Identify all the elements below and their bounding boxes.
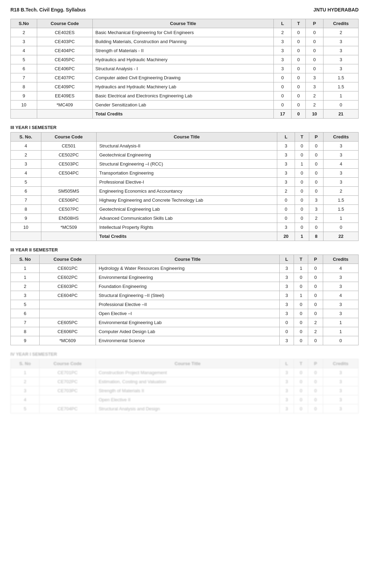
cell-p: 2 xyxy=(308,327,323,336)
cell-l: 0 xyxy=(274,82,292,91)
header-left: R18 B.Tech. Civil Engg. Syllabus xyxy=(10,7,86,13)
table-row: 2 CE603PC Foundation Engineering 3 0 0 3 xyxy=(11,282,359,291)
col-t: T xyxy=(294,255,308,264)
cell-code xyxy=(41,178,96,187)
cell-code: EN508HS xyxy=(41,214,96,223)
cell-credits: 4 xyxy=(323,264,358,273)
col-sno: S. No. xyxy=(11,132,41,142)
cell-title: Structural Analysis and Design xyxy=(96,404,279,413)
cell-p: 3 xyxy=(305,73,323,82)
cell-t: 0 xyxy=(292,73,306,82)
col-l: L xyxy=(279,255,294,264)
cell-l: 3 xyxy=(277,178,295,187)
table-row: 9 EN508HS Advanced Communication Skills … xyxy=(11,214,359,223)
cell-sno: 3 xyxy=(11,160,41,169)
cell-total-t: 0 xyxy=(292,110,306,119)
cell-credits: 3 xyxy=(323,404,358,413)
cell-p: 3 xyxy=(305,82,323,91)
cell-l: 3 xyxy=(279,404,294,413)
cell-p: 0 xyxy=(309,151,323,160)
cell-title: Basic Mechanical Engineering for Civil E… xyxy=(92,28,274,37)
cell-sno: 7 xyxy=(11,318,40,327)
cell-l: 3 xyxy=(277,151,295,160)
cell-l: 2 xyxy=(277,187,295,196)
cell-total-p: 10 xyxy=(305,110,323,119)
cell-p: 0 xyxy=(308,336,323,345)
cell-sno xyxy=(11,110,37,119)
cell-p: 2 xyxy=(305,91,323,100)
table-row: 2 CE702PC Estimation, Costing and Valuat… xyxy=(11,377,359,386)
cell-l: 0 xyxy=(277,214,295,223)
table-row: 6 SM505MS Engineering Economics and Acco… xyxy=(11,187,359,196)
cell-t: 0 xyxy=(295,187,309,196)
cell-code: *MC509 xyxy=(41,223,96,232)
col-l: L xyxy=(277,132,295,142)
col-sno: S.No xyxy=(11,19,37,28)
cell-p: 0 xyxy=(309,160,323,169)
col-title: Course Title xyxy=(96,359,279,368)
cell-sno: 7 xyxy=(11,73,37,82)
cell-l: 3 xyxy=(279,282,294,291)
cell-p: 0 xyxy=(305,28,323,37)
cell-code: CE409PC xyxy=(37,82,92,91)
col-p: P xyxy=(309,132,323,142)
table-row: 3 CE703PC Strength of Materials II 3 0 0… xyxy=(11,386,359,395)
table-row: 8 CE507PC Geotechnical Engineering Lab 0… xyxy=(11,205,359,214)
cell-credits: 3 xyxy=(323,282,358,291)
cell-code xyxy=(40,309,96,318)
cell-p: 2 xyxy=(305,100,323,110)
cell-p: 0 xyxy=(305,37,323,46)
cell-title: Hydrology & Water Resources Engineering xyxy=(96,264,279,273)
col-sno: S. No xyxy=(11,255,40,264)
cell-code: CE504PC xyxy=(41,169,96,178)
blurred-title: IV YEAR I SEMESTER xyxy=(10,352,359,357)
cell-title: Strength of Materials - II xyxy=(92,46,274,55)
cell-code: CE702PC xyxy=(40,377,96,386)
cell-p: 0 xyxy=(309,187,323,196)
cell-credits: 2 xyxy=(323,28,359,37)
col-sno: S. No xyxy=(11,359,40,368)
cell-sno: 4 xyxy=(11,169,41,178)
cell-t: 0 xyxy=(292,37,306,46)
cell-t: 0 xyxy=(294,377,308,386)
cell-sno: 3 xyxy=(11,37,37,46)
cell-sno: 1 xyxy=(11,273,40,282)
cell-title: Hydraulics and Hydraulic Machinery xyxy=(92,55,274,64)
table-row: 3 CE604PC Structural Engineering –II (St… xyxy=(11,291,359,300)
cell-sno: 3 xyxy=(11,386,40,395)
cell-title: Environmental Engineering xyxy=(96,273,279,282)
cell-title: Open Elective II xyxy=(96,395,279,404)
cell-sno: 5 xyxy=(11,178,41,187)
cell-title: Environmental Science xyxy=(96,336,279,345)
cell-code xyxy=(40,395,96,404)
cell-credits: 3 xyxy=(323,309,358,318)
cell-title: Geotechnical Engineering Lab xyxy=(96,205,277,214)
cell-credits: 4 xyxy=(323,160,359,169)
cell-title: Computer aided Civil Engineering Drawing xyxy=(92,73,274,82)
cell-total-l: 17 xyxy=(274,110,292,119)
cell-sno: 9 xyxy=(11,214,41,223)
blurred-table: S. No Course Code Course Title L T P Cre… xyxy=(10,359,359,413)
cell-credits: 3 xyxy=(323,300,358,309)
cell-sno: 5 xyxy=(11,300,40,309)
cell-t: 0 xyxy=(294,336,308,345)
cell-title: Estimation, Costing and Valuation xyxy=(96,377,279,386)
table-row: 1 CE701PC Construction Project Managemen… xyxy=(11,368,359,377)
cell-sno: 10 xyxy=(11,100,37,110)
table-row: 3 CE403PC Building Materials, Constructi… xyxy=(11,37,359,46)
cell-code: CE606PC xyxy=(40,327,96,336)
table-row: 8 CE409PC Hydraulics and Hydraulic Machi… xyxy=(11,82,359,91)
cell-title: Engineering Economics and Accountancy xyxy=(96,187,277,196)
cell-sno: 3 xyxy=(11,291,40,300)
cell-sno: 2 xyxy=(11,377,40,386)
table-row: 3 CE503PC Structural Engineering –I (RCC… xyxy=(11,160,359,169)
cell-credits: 3 xyxy=(323,395,358,404)
cell-credits: 3 xyxy=(323,377,358,386)
cell-credits: 2 xyxy=(323,187,359,196)
cell-title: Gender Sensitization Lab xyxy=(92,100,274,110)
cell-title: Construction Project Management xyxy=(96,368,279,377)
cell-p: 0 xyxy=(308,291,323,300)
cell-p: 0 xyxy=(305,55,323,64)
cell-sno: 7 xyxy=(11,196,41,205)
cell-code: CE703PC xyxy=(40,386,96,395)
